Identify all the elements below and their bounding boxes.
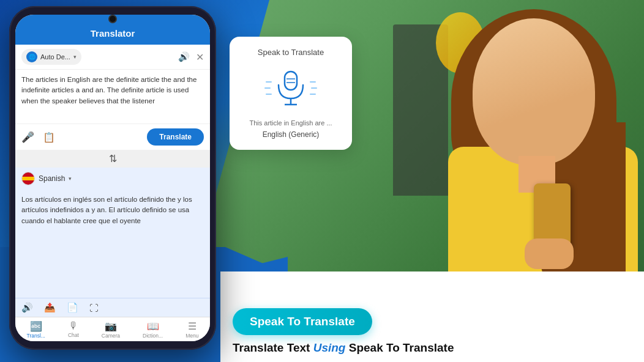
tagline-suffix: Speak To Translate [345, 341, 454, 354]
source-text-area[interactable]: The articles in English are the definite… [15, 70, 210, 124]
nav-label-translate: Transl... [27, 333, 45, 339]
tagline-prefix: Translate Text [233, 341, 313, 354]
woman-hand [525, 238, 574, 269]
speak-card: Speak to Translate This article in Engli… [230, 37, 352, 150]
source-actions: 🔊 ✕ [178, 51, 204, 63]
action-left-icons: 🎤 📋 [21, 131, 55, 144]
nav-item-chat[interactable]: 🎙 Chat [68, 320, 79, 339]
mic-visual [260, 67, 321, 109]
bottom-tagline: Translate Text Using Speak To Translate [233, 341, 638, 355]
action-row: 🎤 📋 Translate [15, 124, 210, 150]
translate-nav-icon: 🔤 [30, 320, 42, 332]
phone-screen: Translator 🌐 Auto De... ▾ 🔊 ✕ The articl… [15, 15, 210, 341]
mic-waves-svg [260, 67, 321, 109]
swap-row[interactable]: ⇅ [15, 150, 210, 168]
nav-item-camera[interactable]: 📷 Camera [102, 320, 120, 339]
source-lang-bar[interactable]: 🌐 Auto De... ▾ 🔊 ✕ [15, 45, 210, 70]
volume-icon[interactable]: 🔊 [178, 51, 190, 62]
bottom-nav: 🔤 Transl... 🎙 Chat 📷 Camera 📖 Diction...… [15, 317, 210, 341]
bottom-cta-section: Speak To Translate Translate Text Using … [233, 308, 638, 355]
source-lang-label: Auto De... [40, 53, 70, 61]
phone-frame: Translator 🌐 Auto De... ▾ 🔊 ✕ The articl… [9, 6, 216, 350]
nav-label-menu: Menu [185, 333, 198, 339]
chat-nav-icon: 🎙 [69, 320, 78, 331]
speak-card-title: Speak to Translate [239, 48, 342, 57]
nav-item-menu[interactable]: ☰ Menu [185, 320, 198, 339]
translate-button[interactable]: Translate [147, 128, 204, 146]
woman-face [473, 18, 595, 165]
volume-out-icon[interactable]: 🔊 [21, 302, 33, 313]
copy-icon[interactable]: 📄 [67, 302, 78, 313]
close-icon[interactable]: ✕ [196, 51, 204, 63]
speak-lang-text: English (Generic) [239, 130, 342, 139]
target-text-area: Los artículos en inglés son el artículo … [15, 190, 210, 298]
dict-nav-icon: 📖 [147, 320, 159, 332]
fullscreen-icon[interactable]: ⛶ [89, 303, 99, 313]
phone-camera [108, 15, 117, 23]
target-lang-bar[interactable]: Spanish ▾ [15, 168, 210, 190]
speak-to-translate-button[interactable]: Speak To Translate [233, 308, 372, 335]
share-icons-row: 🔊 📤 📄 ⛶ [15, 298, 210, 317]
nav-label-camera: Camera [102, 333, 120, 339]
camera-nav-icon: 📷 [105, 320, 117, 332]
target-text-content: Los artículos en inglés son el artículo … [21, 196, 192, 224]
tagline-italic: Using [313, 341, 346, 354]
source-lang-selector[interactable]: 🌐 Auto De... ▾ [21, 49, 81, 65]
phone-container: Translator 🌐 Auto De... ▾ 🔊 ✕ The articl… [9, 6, 220, 353]
nav-item-translate[interactable]: 🔤 Transl... [27, 320, 45, 339]
mic-icon[interactable]: 🎤 [21, 131, 34, 144]
speak-detected-text: This article in English are ... [239, 119, 342, 127]
app-title: Translator [25, 28, 200, 39]
nav-item-dictionary[interactable]: 📖 Diction... [143, 320, 163, 339]
source-text-content: The articles in English are the definite… [21, 76, 197, 105]
target-chevron-icon: ▾ [69, 175, 72, 182]
nav-label-dict: Diction... [143, 333, 163, 339]
clipboard-icon[interactable]: 📋 [43, 131, 55, 143]
target-lang-label: Spanish [39, 174, 65, 183]
share-icon[interactable]: 📤 [44, 302, 56, 313]
nav-label-chat: Chat [68, 332, 79, 338]
spanish-flag [21, 172, 35, 185]
chevron-down-icon: ▾ [73, 54, 77, 60]
swap-icon[interactable]: ⇅ [109, 153, 117, 164]
svg-rect-6 [285, 72, 297, 90]
menu-nav-icon: ☰ [188, 320, 197, 332]
globe-icon: 🌐 [26, 51, 37, 62]
